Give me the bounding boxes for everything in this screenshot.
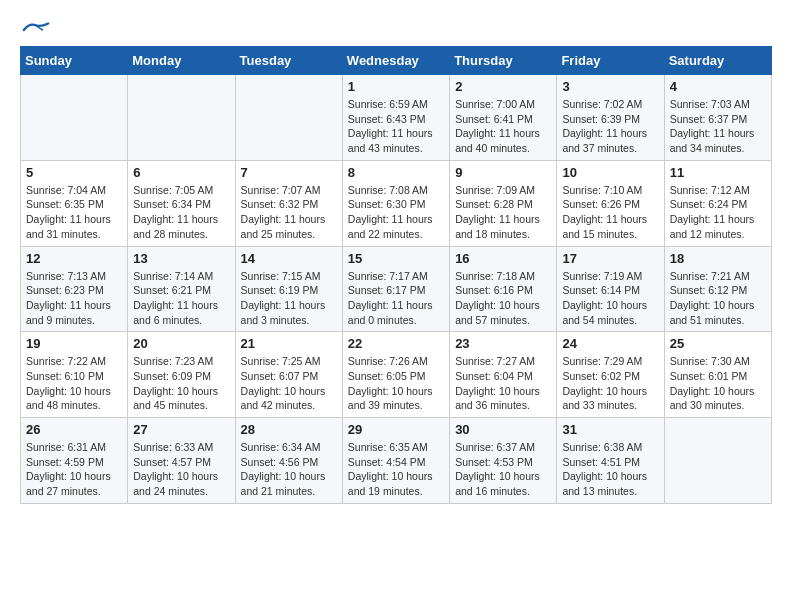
day-number: 24 <box>562 336 658 351</box>
day-number: 18 <box>670 251 766 266</box>
day-info: Sunrise: 7:13 AM Sunset: 6:23 PM Dayligh… <box>26 269 122 328</box>
day-number: 7 <box>241 165 337 180</box>
page-header <box>20 20 772 36</box>
day-number: 13 <box>133 251 229 266</box>
day-info: Sunrise: 7:08 AM Sunset: 6:30 PM Dayligh… <box>348 183 444 242</box>
day-number: 11 <box>670 165 766 180</box>
day-info: Sunrise: 7:27 AM Sunset: 6:04 PM Dayligh… <box>455 354 551 413</box>
calendar-cell <box>664 418 771 504</box>
calendar-cell: 6Sunrise: 7:05 AM Sunset: 6:34 PM Daylig… <box>128 160 235 246</box>
weekday-header: Monday <box>128 47 235 75</box>
day-info: Sunrise: 7:18 AM Sunset: 6:16 PM Dayligh… <box>455 269 551 328</box>
calendar-week-row: 12Sunrise: 7:13 AM Sunset: 6:23 PM Dayli… <box>21 246 772 332</box>
calendar-cell: 20Sunrise: 7:23 AM Sunset: 6:09 PM Dayli… <box>128 332 235 418</box>
calendar-cell: 16Sunrise: 7:18 AM Sunset: 6:16 PM Dayli… <box>450 246 557 332</box>
day-number: 1 <box>348 79 444 94</box>
day-number: 17 <box>562 251 658 266</box>
day-info: Sunrise: 7:07 AM Sunset: 6:32 PM Dayligh… <box>241 183 337 242</box>
day-info: Sunrise: 7:15 AM Sunset: 6:19 PM Dayligh… <box>241 269 337 328</box>
calendar-cell: 21Sunrise: 7:25 AM Sunset: 6:07 PM Dayli… <box>235 332 342 418</box>
day-info: Sunrise: 7:04 AM Sunset: 6:35 PM Dayligh… <box>26 183 122 242</box>
calendar-cell: 22Sunrise: 7:26 AM Sunset: 6:05 PM Dayli… <box>342 332 449 418</box>
day-info: Sunrise: 7:22 AM Sunset: 6:10 PM Dayligh… <box>26 354 122 413</box>
day-info: Sunrise: 7:23 AM Sunset: 6:09 PM Dayligh… <box>133 354 229 413</box>
day-number: 20 <box>133 336 229 351</box>
calendar-cell: 10Sunrise: 7:10 AM Sunset: 6:26 PM Dayli… <box>557 160 664 246</box>
calendar-cell: 2Sunrise: 7:00 AM Sunset: 6:41 PM Daylig… <box>450 75 557 161</box>
calendar-cell: 5Sunrise: 7:04 AM Sunset: 6:35 PM Daylig… <box>21 160 128 246</box>
calendar-cell: 29Sunrise: 6:35 AM Sunset: 4:54 PM Dayli… <box>342 418 449 504</box>
day-number: 21 <box>241 336 337 351</box>
weekday-header: Tuesday <box>235 47 342 75</box>
calendar-cell: 11Sunrise: 7:12 AM Sunset: 6:24 PM Dayli… <box>664 160 771 246</box>
calendar-cell <box>21 75 128 161</box>
day-number: 6 <box>133 165 229 180</box>
day-info: Sunrise: 6:33 AM Sunset: 4:57 PM Dayligh… <box>133 440 229 499</box>
calendar-cell: 13Sunrise: 7:14 AM Sunset: 6:21 PM Dayli… <box>128 246 235 332</box>
day-number: 2 <box>455 79 551 94</box>
calendar-week-row: 19Sunrise: 7:22 AM Sunset: 6:10 PM Dayli… <box>21 332 772 418</box>
day-info: Sunrise: 6:31 AM Sunset: 4:59 PM Dayligh… <box>26 440 122 499</box>
day-info: Sunrise: 6:37 AM Sunset: 4:53 PM Dayligh… <box>455 440 551 499</box>
day-number: 27 <box>133 422 229 437</box>
day-info: Sunrise: 7:09 AM Sunset: 6:28 PM Dayligh… <box>455 183 551 242</box>
day-number: 28 <box>241 422 337 437</box>
day-info: Sunrise: 7:03 AM Sunset: 6:37 PM Dayligh… <box>670 97 766 156</box>
day-number: 3 <box>562 79 658 94</box>
day-number: 12 <box>26 251 122 266</box>
day-number: 15 <box>348 251 444 266</box>
calendar-week-row: 1Sunrise: 6:59 AM Sunset: 6:43 PM Daylig… <box>21 75 772 161</box>
day-info: Sunrise: 7:19 AM Sunset: 6:14 PM Dayligh… <box>562 269 658 328</box>
calendar-cell: 9Sunrise: 7:09 AM Sunset: 6:28 PM Daylig… <box>450 160 557 246</box>
calendar-cell: 3Sunrise: 7:02 AM Sunset: 6:39 PM Daylig… <box>557 75 664 161</box>
day-info: Sunrise: 7:10 AM Sunset: 6:26 PM Dayligh… <box>562 183 658 242</box>
calendar-cell <box>235 75 342 161</box>
calendar-week-row: 26Sunrise: 6:31 AM Sunset: 4:59 PM Dayli… <box>21 418 772 504</box>
day-info: Sunrise: 6:38 AM Sunset: 4:51 PM Dayligh… <box>562 440 658 499</box>
calendar-cell: 26Sunrise: 6:31 AM Sunset: 4:59 PM Dayli… <box>21 418 128 504</box>
day-info: Sunrise: 7:17 AM Sunset: 6:17 PM Dayligh… <box>348 269 444 328</box>
day-number: 4 <box>670 79 766 94</box>
calendar-cell: 12Sunrise: 7:13 AM Sunset: 6:23 PM Dayli… <box>21 246 128 332</box>
day-info: Sunrise: 7:25 AM Sunset: 6:07 PM Dayligh… <box>241 354 337 413</box>
calendar-cell: 30Sunrise: 6:37 AM Sunset: 4:53 PM Dayli… <box>450 418 557 504</box>
calendar-header: SundayMondayTuesdayWednesdayThursdayFrid… <box>21 47 772 75</box>
logo-bird-icon <box>22 20 50 40</box>
weekday-header: Wednesday <box>342 47 449 75</box>
calendar-cell: 28Sunrise: 6:34 AM Sunset: 4:56 PM Dayli… <box>235 418 342 504</box>
day-info: Sunrise: 7:26 AM Sunset: 6:05 PM Dayligh… <box>348 354 444 413</box>
calendar-cell: 8Sunrise: 7:08 AM Sunset: 6:30 PM Daylig… <box>342 160 449 246</box>
weekday-header: Friday <box>557 47 664 75</box>
calendar-cell <box>128 75 235 161</box>
day-info: Sunrise: 7:00 AM Sunset: 6:41 PM Dayligh… <box>455 97 551 156</box>
calendar-week-row: 5Sunrise: 7:04 AM Sunset: 6:35 PM Daylig… <box>21 160 772 246</box>
day-number: 5 <box>26 165 122 180</box>
day-info: Sunrise: 7:05 AM Sunset: 6:34 PM Dayligh… <box>133 183 229 242</box>
day-number: 25 <box>670 336 766 351</box>
calendar-cell: 24Sunrise: 7:29 AM Sunset: 6:02 PM Dayli… <box>557 332 664 418</box>
day-number: 19 <box>26 336 122 351</box>
calendar-cell: 15Sunrise: 7:17 AM Sunset: 6:17 PM Dayli… <box>342 246 449 332</box>
calendar-cell: 7Sunrise: 7:07 AM Sunset: 6:32 PM Daylig… <box>235 160 342 246</box>
calendar-cell: 14Sunrise: 7:15 AM Sunset: 6:19 PM Dayli… <box>235 246 342 332</box>
calendar-cell: 27Sunrise: 6:33 AM Sunset: 4:57 PM Dayli… <box>128 418 235 504</box>
day-info: Sunrise: 7:29 AM Sunset: 6:02 PM Dayligh… <box>562 354 658 413</box>
day-info: Sunrise: 6:59 AM Sunset: 6:43 PM Dayligh… <box>348 97 444 156</box>
calendar-cell: 4Sunrise: 7:03 AM Sunset: 6:37 PM Daylig… <box>664 75 771 161</box>
calendar-cell: 19Sunrise: 7:22 AM Sunset: 6:10 PM Dayli… <box>21 332 128 418</box>
day-number: 31 <box>562 422 658 437</box>
calendar-cell: 23Sunrise: 7:27 AM Sunset: 6:04 PM Dayli… <box>450 332 557 418</box>
day-number: 10 <box>562 165 658 180</box>
logo <box>20 20 50 36</box>
day-info: Sunrise: 7:21 AM Sunset: 6:12 PM Dayligh… <box>670 269 766 328</box>
calendar-cell: 25Sunrise: 7:30 AM Sunset: 6:01 PM Dayli… <box>664 332 771 418</box>
day-number: 30 <box>455 422 551 437</box>
day-info: Sunrise: 7:14 AM Sunset: 6:21 PM Dayligh… <box>133 269 229 328</box>
day-number: 29 <box>348 422 444 437</box>
weekday-header: Thursday <box>450 47 557 75</box>
day-info: Sunrise: 6:35 AM Sunset: 4:54 PM Dayligh… <box>348 440 444 499</box>
day-number: 22 <box>348 336 444 351</box>
calendar-cell: 18Sunrise: 7:21 AM Sunset: 6:12 PM Dayli… <box>664 246 771 332</box>
weekday-header: Saturday <box>664 47 771 75</box>
calendar-cell: 31Sunrise: 6:38 AM Sunset: 4:51 PM Dayli… <box>557 418 664 504</box>
